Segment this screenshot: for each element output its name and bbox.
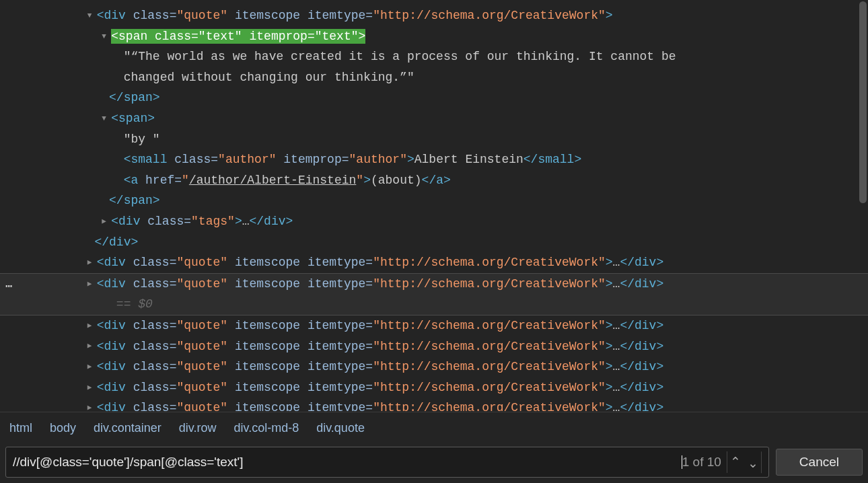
chevron-down-icon[interactable]: ▼ bbox=[102, 112, 110, 125]
dom-node-tags[interactable]: ▶<div class="tags">…</div> bbox=[0, 211, 868, 232]
dom-text-node[interactable]: changed without changing our thinking.”" bbox=[0, 67, 868, 88]
dom-tree[interactable]: ▼<div class="quote" itemscope itemtype="… bbox=[0, 0, 868, 412]
scrollbar[interactable] bbox=[859, 1, 867, 203]
chevron-down-icon[interactable]: ▼ bbox=[87, 9, 96, 22]
chevron-right-icon[interactable]: ▶ bbox=[87, 381, 96, 394]
chevron-right-icon[interactable]: ▶ bbox=[87, 256, 96, 269]
breadcrumb-item[interactable]: div.container bbox=[94, 418, 161, 439]
cancel-button[interactable]: Cancel bbox=[776, 449, 863, 476]
chevron-down-icon[interactable]: ▼ bbox=[102, 30, 110, 43]
dom-node-div-quote[interactable]: ▼<div class="quote" itemscope itemtype="… bbox=[0, 5, 868, 26]
dom-text-node[interactable]: "“The world as we have created it is a p… bbox=[0, 46, 868, 67]
search-input[interactable] bbox=[13, 455, 682, 470]
chevron-right-icon[interactable]: ▶ bbox=[87, 402, 96, 411]
dom-node-collapsed-quote[interactable]: ▶<div class="quote" itemscope itemtype="… bbox=[0, 377, 868, 398]
dom-node-a[interactable]: <a href="/author/Albert-Einstein">(about… bbox=[0, 170, 868, 191]
dom-node-collapsed-quote[interactable]: ▶<div class="quote" itemscope itemtype="… bbox=[0, 357, 868, 377]
dom-node-collapsed-quote[interactable]: ▶<div class="quote" itemscope itemtype="… bbox=[0, 398, 868, 411]
search-count: 1 of 10 bbox=[682, 451, 721, 473]
dom-node-close-span[interactable]: </span> bbox=[0, 190, 868, 211]
chevron-right-icon[interactable]: ▶ bbox=[87, 340, 96, 352]
dom-node-collapsed-quote[interactable]: ▶<div class="quote" itemscope itemtype="… bbox=[0, 252, 868, 273]
dom-node-collapsed-quote[interactable]: ▶<div class="quote" itemscope itemtype="… bbox=[0, 315, 868, 336]
chevron-right-icon[interactable]: ▶ bbox=[87, 278, 96, 291]
chevron-down-icon[interactable]: ⌃ bbox=[744, 451, 762, 473]
dom-node-span-text[interactable]: ▼<span class="text" itemprop="text"> bbox=[0, 26, 868, 47]
dom-node-close-div[interactable]: </div> bbox=[0, 232, 868, 253]
dom-node-close-span[interactable]: </span> bbox=[0, 87, 868, 108]
breadcrumb: html body div.container div.row div.col-… bbox=[0, 412, 868, 443]
search-box: 1 of 10 ⌃ ⌃ bbox=[5, 447, 769, 478]
dom-node-span[interactable]: ▼<span> bbox=[0, 108, 868, 129]
breadcrumb-item[interactable]: div.quote bbox=[316, 418, 365, 439]
chevron-right-icon[interactable]: ▶ bbox=[87, 361, 96, 373]
dom-node-collapsed-quote[interactable]: ▶<div class="quote" itemscope itemtype="… bbox=[0, 336, 868, 357]
chevron-up-icon[interactable]: ⌃ bbox=[727, 451, 744, 473]
breadcrumb-item[interactable]: div.col-md-8 bbox=[233, 418, 299, 439]
breadcrumb-item[interactable]: body bbox=[50, 418, 76, 439]
breadcrumb-item[interactable]: html bbox=[9, 418, 32, 439]
search-bar: 1 of 10 ⌃ ⌃ Cancel bbox=[0, 443, 868, 483]
dom-text-node[interactable]: "by " bbox=[0, 129, 868, 150]
selected-node-row[interactable]: ⋯ ▶<div class="quote" itemscope itemtype… bbox=[0, 273, 868, 315]
chevron-right-icon[interactable]: ▶ bbox=[87, 320, 96, 332]
dom-node-small[interactable]: <small class="author" itemprop="author">… bbox=[0, 149, 868, 170]
chevron-right-icon[interactable]: ▶ bbox=[102, 215, 110, 228]
ellipsis-icon[interactable]: ⋯ bbox=[5, 276, 13, 297]
breadcrumb-item[interactable]: div.row bbox=[179, 418, 217, 439]
